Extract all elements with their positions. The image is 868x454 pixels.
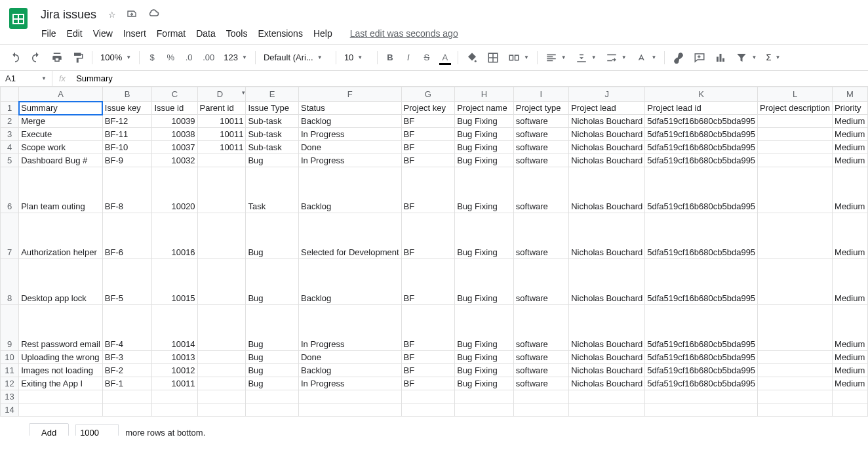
cell[interactable] bbox=[197, 154, 246, 167]
cell[interactable]: 5dfa519cf16b680cb5bda995 bbox=[645, 377, 758, 390]
row-header[interactable]: 6 bbox=[1, 167, 19, 213]
font-select[interactable]: Default (Ari...▼ bbox=[260, 50, 332, 65]
cell[interactable] bbox=[197, 403, 246, 417]
cell[interactable] bbox=[758, 377, 833, 390]
cell[interactable]: Bug Fixing bbox=[455, 213, 514, 259]
cell[interactable]: Nicholas Bouchard bbox=[569, 305, 645, 351]
cell[interactable]: Backlog bbox=[298, 115, 401, 128]
insert-chart-icon[interactable] bbox=[711, 49, 730, 66]
cell[interactable]: Medium bbox=[833, 154, 868, 167]
cell[interactable]: Medium bbox=[833, 115, 868, 128]
add-rows-button[interactable]: Add bbox=[29, 423, 69, 436]
cell[interactable]: 5dfa519cf16b680cb5bda995 bbox=[645, 128, 758, 141]
vertical-align-select[interactable]: ▼ bbox=[572, 49, 601, 66]
row-header[interactable]: 14 bbox=[1, 403, 19, 417]
cell[interactable]: Project type bbox=[513, 102, 568, 115]
cell[interactable]: software bbox=[513, 128, 568, 141]
cell[interactable]: 5dfa519cf16b680cb5bda995 bbox=[645, 213, 758, 259]
cell[interactable]: In Progress bbox=[298, 305, 401, 351]
row-header[interactable]: 1 bbox=[1, 102, 19, 115]
cell[interactable] bbox=[152, 390, 197, 403]
cell[interactable]: software bbox=[513, 259, 568, 305]
cell[interactable] bbox=[19, 390, 103, 403]
column-header-D[interactable]: D▾ bbox=[197, 87, 246, 102]
cell[interactable]: Bug bbox=[246, 377, 299, 390]
cell[interactable]: software bbox=[513, 167, 568, 213]
column-header-J[interactable]: J bbox=[569, 87, 645, 102]
cell[interactable] bbox=[645, 390, 758, 403]
cell[interactable]: software bbox=[513, 364, 568, 377]
percent-icon[interactable]: % bbox=[162, 49, 179, 66]
cell[interactable] bbox=[569, 403, 645, 417]
name-box[interactable]: A1▼ bbox=[0, 71, 52, 86]
cell[interactable]: 5dfa519cf16b680cb5bda995 bbox=[645, 167, 758, 213]
cell[interactable]: In Progress bbox=[298, 154, 401, 167]
cell[interactable] bbox=[197, 377, 246, 390]
cell[interactable]: 10039 bbox=[152, 115, 197, 128]
column-header-G[interactable]: G bbox=[401, 87, 455, 102]
cell[interactable]: Bug Fixing bbox=[455, 364, 514, 377]
row-header[interactable]: 12 bbox=[1, 377, 19, 390]
cell[interactable]: software bbox=[513, 305, 568, 351]
column-header-B[interactable]: B bbox=[102, 87, 152, 102]
cell[interactable]: Medium bbox=[833, 305, 868, 351]
row-header[interactable]: 13 bbox=[1, 390, 19, 403]
cell[interactable]: Bug Fixing bbox=[455, 351, 514, 364]
cell[interactable]: Medium bbox=[833, 364, 868, 377]
cell[interactable]: Backlog bbox=[298, 167, 401, 213]
decrease-decimal-icon[interactable]: .0 bbox=[180, 49, 197, 66]
cell[interactable]: Bug bbox=[246, 259, 299, 305]
cell[interactable]: Bug Fixing bbox=[455, 154, 514, 167]
row-header[interactable]: 10 bbox=[1, 351, 19, 364]
cell[interactable]: Bug Fixing bbox=[455, 141, 514, 154]
cell[interactable]: BF-9 bbox=[102, 154, 152, 167]
menu-insert[interactable]: Insert bbox=[119, 26, 151, 41]
cell[interactable]: Bug bbox=[246, 364, 299, 377]
cell[interactable]: BF-6 bbox=[102, 213, 152, 259]
cell[interactable]: In Progress bbox=[298, 377, 401, 390]
cell[interactable]: Dashboard Bug # bbox=[19, 154, 103, 167]
cell[interactable]: Selected for Development bbox=[298, 213, 401, 259]
menu-tools[interactable]: Tools bbox=[222, 26, 252, 41]
cell[interactable]: 10016 bbox=[152, 213, 197, 259]
cell[interactable]: Nicholas Bouchard bbox=[569, 115, 645, 128]
document-title[interactable]: Jira issues bbox=[37, 7, 100, 23]
cell[interactable]: 5dfa519cf16b680cb5bda995 bbox=[645, 115, 758, 128]
bold-icon[interactable]: B bbox=[382, 49, 399, 66]
cell[interactable] bbox=[401, 390, 455, 403]
cell[interactable]: Nicholas Bouchard bbox=[569, 141, 645, 154]
cell[interactable]: BF-2 bbox=[102, 364, 152, 377]
cell[interactable]: Bug Fixing bbox=[455, 115, 514, 128]
cell[interactable]: 10011 bbox=[197, 128, 246, 141]
cell[interactable]: Desktop app lock bbox=[19, 259, 103, 305]
cell[interactable] bbox=[758, 403, 833, 417]
column-header-L[interactable]: L bbox=[758, 87, 833, 102]
row-header[interactable]: 8 bbox=[1, 259, 19, 305]
paint-format-icon[interactable] bbox=[68, 49, 88, 66]
cell[interactable] bbox=[455, 403, 514, 417]
row-header[interactable]: 11 bbox=[1, 364, 19, 377]
menu-edit[interactable]: Edit bbox=[62, 26, 87, 41]
cell[interactable]: 10012 bbox=[152, 364, 197, 377]
merge-cells-select[interactable]: ▼ bbox=[504, 49, 533, 66]
italic-icon[interactable]: I bbox=[400, 49, 417, 66]
cell[interactable]: Issue id bbox=[152, 102, 197, 115]
cell[interactable]: Sub-task bbox=[246, 128, 299, 141]
cell[interactable]: Images not loading bbox=[19, 364, 103, 377]
menu-file[interactable]: File bbox=[37, 26, 61, 41]
row-header[interactable]: 2 bbox=[1, 115, 19, 128]
cell[interactable]: BF bbox=[401, 213, 455, 259]
cell[interactable] bbox=[758, 167, 833, 213]
cell[interactable]: Authorization helper bbox=[19, 213, 103, 259]
cell[interactable]: Bug Fixing bbox=[455, 167, 514, 213]
cell[interactable]: 10011 bbox=[197, 141, 246, 154]
cell[interactable] bbox=[197, 351, 246, 364]
cell[interactable] bbox=[758, 259, 833, 305]
menu-view[interactable]: View bbox=[89, 26, 117, 41]
cell[interactable] bbox=[513, 390, 568, 403]
cell[interactable]: Bug Fixing bbox=[455, 259, 514, 305]
cell[interactable] bbox=[455, 390, 514, 403]
borders-icon[interactable] bbox=[483, 49, 503, 66]
cell[interactable]: BF-3 bbox=[102, 351, 152, 364]
cell[interactable]: Issue key bbox=[102, 102, 152, 115]
